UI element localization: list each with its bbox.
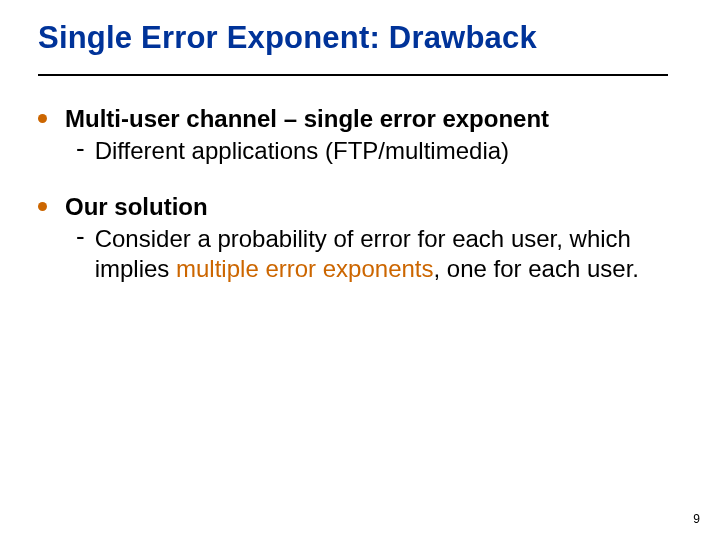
bullet-item: Our solution bbox=[38, 192, 678, 222]
bullet-disc-icon bbox=[38, 114, 47, 123]
dash-icon: - bbox=[76, 222, 85, 251]
sub-bullet-post: , one for each user. bbox=[434, 255, 639, 282]
title-underline bbox=[38, 74, 668, 76]
sub-bullet-highlight: multiple error exponents bbox=[176, 255, 433, 282]
bullet-item: Multi-user channel – single error expone… bbox=[38, 104, 678, 134]
sub-bullet-text: Different applications (FTP/multimedia) bbox=[95, 136, 509, 166]
slide: Single Error Exponent: Drawback Multi-us… bbox=[0, 0, 720, 540]
bullet-text: Our solution bbox=[65, 192, 208, 222]
slide-title: Single Error Exponent: Drawback bbox=[38, 20, 537, 56]
page-number: 9 bbox=[693, 512, 700, 526]
bullet-disc-icon bbox=[38, 202, 47, 211]
sub-bullet-item: - Consider a probability of error for ea… bbox=[76, 224, 678, 284]
content-area: Multi-user channel – single error expone… bbox=[38, 104, 678, 284]
sub-bullet-item: - Different applications (FTP/multimedia… bbox=[76, 136, 678, 166]
sub-bullet-text: Consider a probability of error for each… bbox=[95, 224, 655, 284]
dash-icon: - bbox=[76, 134, 85, 163]
bullet-text: Multi-user channel – single error expone… bbox=[65, 104, 549, 134]
